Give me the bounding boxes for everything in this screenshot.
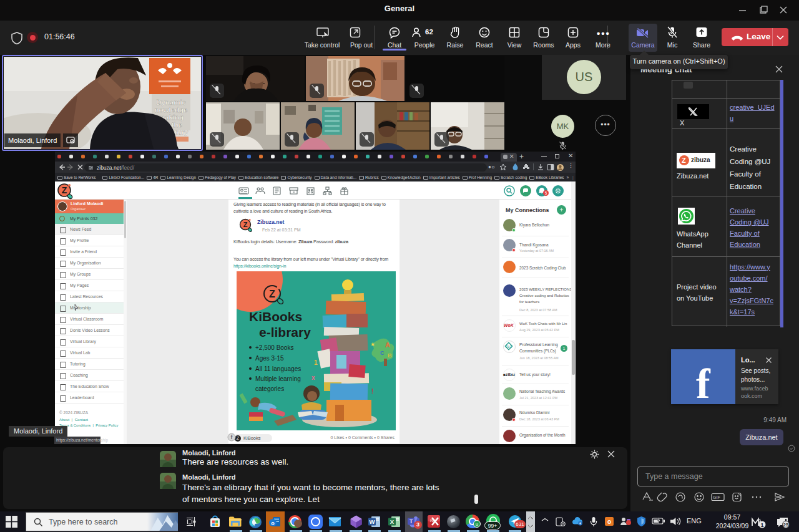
svg-text:★: ★ [370,341,375,347]
svg-text:KiBooks: KiBooks [249,309,302,324]
svg-text:GIF: GIF [713,495,720,500]
svg-text:1: 1 [314,359,318,366]
svg-text:A: A [385,341,390,349]
svg-text:T: T [409,518,413,525]
svg-text:1: 1 [760,522,763,528]
svg-text:o: o [607,518,611,525]
svg-text:!: ! [371,388,373,395]
svg-text:All 11 languages: All 11 languages [255,365,301,372]
svg-text:C: C [380,350,385,356]
svg-text:Multiple learning: Multiple learning [255,375,301,382]
svg-text:Ages 3-15: Ages 3-15 [255,355,284,362]
svg-text:+2,500 Books: +2,500 Books [255,344,293,351]
svg-text:e-library: e-library [259,325,311,339]
svg-text:Z: Z [243,221,248,228]
svg-text:PLC: PLC [506,345,512,349]
svg-text:nowledge: nowledge [154,106,187,114]
svg-text:Z: Z [269,289,275,299]
svg-text:categories: categories [255,385,284,392]
svg-text:o: o [271,520,275,526]
svg-text:Z: Z [62,185,67,195]
svg-text:PDF: PDF [430,520,436,523]
svg-text:X: X [390,518,395,525]
svg-text:W: W [370,518,375,525]
svg-text:Dynamic: Dynamic [156,99,187,106]
svg-text:x: x [311,374,315,381]
svg-text:25: 25 [783,522,789,528]
svg-text:B: B [388,352,392,359]
